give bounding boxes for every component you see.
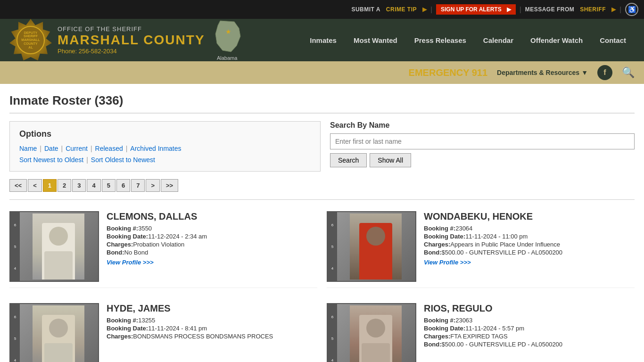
inmate-charges-2: Charges:BONDSMANS PROCESS BONDSMANS PROC… — [107, 333, 317, 340]
inmate-charges-3: Charges:FTA EXPIRED TAGS — [424, 333, 635, 340]
inmate-booking-num-2: Booking #:13255 — [107, 317, 317, 324]
phone-label: Phone: — [58, 48, 77, 55]
inmate-info-3: RIOS, REGULO Booking #:23063 Booking Dat… — [424, 303, 635, 362]
view-profile-0[interactable]: View Profile >>> — [107, 259, 154, 266]
option-name[interactable]: Name — [19, 145, 37, 152]
sheriff-badge: DEPUTYSHERIFFMARSHALLCOUNTYAL — [9, 19, 52, 61]
message-label: Message From — [525, 6, 575, 13]
option-released[interactable]: Released — [95, 145, 123, 152]
page-title: Inmate Roster (336) — [9, 93, 635, 114]
booking-num-label-0: Booking #: — [107, 225, 138, 232]
sep-2: | — [61, 145, 63, 152]
search-title: Search By Name — [330, 121, 635, 130]
inmate-name-1: WONDABEKU, HENOKE — [424, 211, 635, 222]
inmate-photo-2[interactable]: 6 5 4 — [9, 303, 99, 362]
nav-offender-watch[interactable]: Offender Watch — [522, 30, 591, 51]
pagination: << < 1 2 3 4 5 6 7 > >> — [9, 179, 635, 192]
inmate-bond-1: Bond:$500.00 - GUNTERSVILLE PD - AL05002… — [424, 249, 635, 256]
page-2[interactable]: 2 — [58, 179, 71, 192]
option-archived[interactable]: Archived Inmates — [130, 145, 181, 152]
phone-value: 256-582-2034 — [79, 48, 117, 55]
inmate-photo-0[interactable]: 6 5 4 — [9, 211, 99, 282]
ruler-marks: 6 5 4 — [328, 304, 337, 362]
page-first[interactable]: << — [9, 179, 27, 192]
sort-newest[interactable]: Sort Newest to Oldest — [19, 156, 83, 164]
booking-num-label-1: Booking #: — [424, 225, 455, 232]
badge-inner: DEPUTYSHERIFFMARSHALLCOUNTYAL — [17, 26, 45, 54]
inmate-photo-3[interactable]: 6 5 4 — [327, 303, 416, 362]
message-link[interactable]: Message From SHERIFF ▶ — [525, 6, 616, 13]
option-current[interactable]: Current — [66, 145, 88, 152]
message-link-text: SHERIFF — [580, 6, 606, 13]
inmate-info-2: HYDE, JAMES Booking #:13255 Booking Date… — [107, 303, 317, 362]
charges-label-0: Charges: — [107, 241, 133, 248]
search-buttons: Search Show All — [330, 153, 635, 167]
inmate-row: 6 5 4 CLEMONS, DALLAS Booking #:3550 — [9, 206, 317, 288]
inmate-name-3: RIOS, REGULO — [424, 303, 635, 314]
nav-most-wanted[interactable]: Most Wanted — [345, 30, 406, 51]
inmate-bond-3: Bond:$500.00 - GUNTERSVILLE PD - AL05002… — [424, 341, 635, 348]
accessibility-button[interactable]: ♿ — [625, 3, 638, 16]
page-4[interactable]: 4 — [87, 179, 100, 192]
search-icon[interactable]: 🔍 — [622, 66, 635, 79]
phone-number: Phone: 256-582-2034 — [58, 48, 205, 55]
emergency-label: EMERGENCY — [409, 67, 470, 78]
crime-tip-text: CRIME TIP — [386, 6, 417, 13]
dept-resources-label: Departments & Resources — [497, 69, 579, 76]
header-branding: DEPUTYSHERIFFMARSHALLCOUNTYAL OFFICE OF … — [9, 19, 244, 61]
nav-inmates[interactable]: Inmates — [301, 30, 345, 51]
crime-tip-link[interactable]: SUBMIT A CRIME TIP ▶ — [351, 6, 427, 13]
search-input[interactable] — [330, 133, 635, 149]
inmate-name-0: CLEMONS, DALLAS — [107, 211, 317, 222]
state-map: ★ Alabama — [211, 20, 244, 61]
booking-date-label-2: Booking Date: — [107, 325, 148, 332]
show-all-button[interactable]: Show All — [370, 153, 411, 167]
facebook-icon[interactable]: f — [597, 65, 612, 80]
divider-1: | — [430, 6, 432, 13]
inmate-grid: 6 5 4 CLEMONS, DALLAS Booking #:3550 — [9, 206, 635, 362]
page-next[interactable]: > — [146, 179, 160, 192]
office-subtitle: OFFICE OF THE SHERIFF — [58, 25, 205, 33]
page-1[interactable]: 1 — [43, 179, 57, 192]
nav-press-releases[interactable]: Press Releases — [406, 30, 475, 51]
option-date[interactable]: Date — [44, 145, 58, 152]
booking-date-label-0: Booking Date: — [107, 233, 148, 240]
roster-divider — [9, 199, 635, 200]
booking-num-label-3: Booking #: — [424, 317, 455, 324]
dept-resources-dropdown[interactable]: Departments & Resources ▼ — [497, 69, 588, 76]
header-title-block: OFFICE OF THE SHERIFF MARSHALL COUNTY Ph… — [58, 25, 205, 55]
inmate-row: 6 5 4 WONDABEKU, HENOKE Booking #:23064 … — [327, 206, 635, 288]
page-3[interactable]: 3 — [72, 179, 86, 192]
sort-oldest[interactable]: Sort Oldest to Newest — [91, 156, 155, 164]
svg-text:★: ★ — [225, 28, 231, 35]
inmate-charges-1: Charges:Appears in Public Place Under In… — [424, 241, 635, 248]
divider-2: | — [520, 6, 521, 13]
emergency-text: EMERGENCY 911 — [409, 67, 487, 78]
nav-calendar[interactable]: Calendar — [475, 30, 522, 51]
alabama-map-svg: ★ — [213, 20, 241, 53]
emergency-number: 911 — [472, 67, 487, 78]
divider-3: | — [619, 6, 621, 13]
state-label: Alabama — [217, 55, 237, 61]
search-button[interactable]: Search — [330, 153, 367, 167]
booking-date-label-1: Booking Date: — [424, 233, 465, 240]
inmate-booking-date-1: Booking Date:11-11-2024 - 11:00 pm — [424, 233, 635, 240]
options-links: Name | Date | Current | Released | Archi… — [19, 145, 311, 152]
options-title: Options — [19, 129, 311, 139]
sep-5: | — [86, 156, 88, 164]
page-6[interactable]: 6 — [116, 179, 130, 192]
page-prev[interactable]: < — [28, 179, 42, 192]
view-profile-1[interactable]: View Profile >>> — [424, 259, 471, 266]
inmate-row: 6 5 4 HYDE, JAMES Booking #:13255 Bo — [9, 297, 317, 362]
charges-label-2: Charges: — [107, 333, 133, 340]
alerts-button[interactable]: SIGN UP FOR ALERTS ▶ — [436, 4, 516, 15]
nav-contact[interactable]: Contact — [591, 30, 635, 51]
page-5[interactable]: 5 — [102, 179, 116, 192]
search-panel: Search By Name Search Show All — [330, 121, 635, 172]
inmate-photo-1[interactable]: 6 5 4 — [327, 211, 416, 282]
page-7[interactable]: 7 — [131, 179, 145, 192]
page-last[interactable]: >> — [161, 179, 178, 192]
ruler-marks: 6 5 4 — [10, 304, 20, 362]
alerts-label: SIGN UP FOR ALERTS — [441, 6, 502, 13]
charges-label-3: Charges: — [424, 333, 450, 340]
